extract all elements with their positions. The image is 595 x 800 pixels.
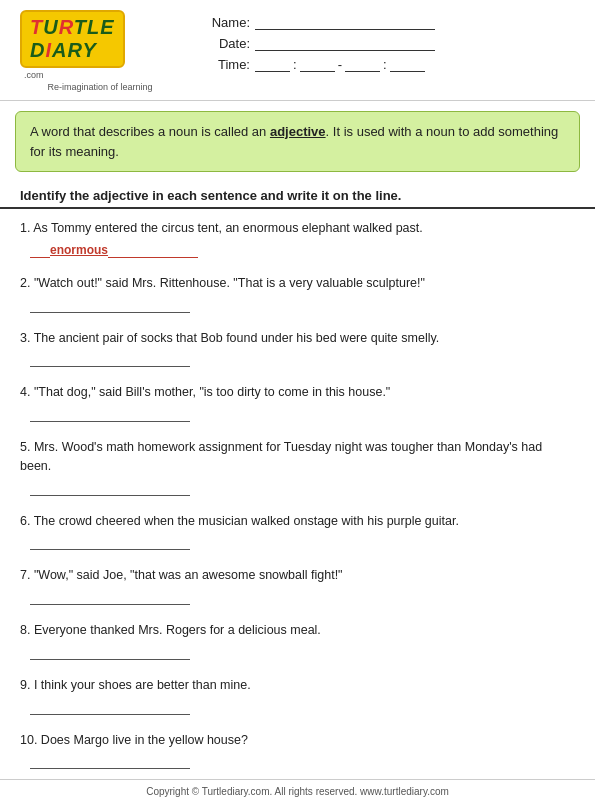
answer-line-9[interactable] [30,699,190,715]
question-item-3: 3. The ancient pair of socks that Bob fo… [20,323,575,368]
date-row: Date: [200,35,575,51]
questions-container: 1. As Tommy entered the circus tent, an … [0,213,595,769]
name-row: Name: [200,14,575,30]
instructions: Identify the adjective in each sentence … [0,182,595,209]
time-sep-3: : [383,57,387,72]
question-text-2: 2. "Watch out!" said Mrs. Rittenhouse. "… [20,274,575,293]
question-text-10: 10. Does Margo live in the yellow house? [20,731,575,750]
question-item-8: 8. Everyone thanked Mrs. Rogers for a de… [20,615,575,660]
name-line[interactable] [255,14,435,30]
tagline: Re-imagination of learning [20,82,180,92]
logo-area: TURTLE DIARY .com Re-imagination of lear… [20,10,180,92]
time-seg-1[interactable] [255,56,290,72]
question-text-8: 8. Everyone thanked Mrs. Rogers for a de… [20,621,575,640]
answer-text-1: enormous [50,243,108,257]
info-text-plain: A word that describes a noun is called a… [30,124,270,139]
question-item-10: 10. Does Margo live in the yellow house? [20,725,575,770]
page-footer: Copyright © Turtlediary.com. All rights … [0,779,595,800]
info-text-bold: adjective [270,124,326,139]
name-fields: Name: Date: Time: : - : [180,10,575,72]
question-text-7: 7. "Wow," said Joe, "that was an awesome… [20,566,575,585]
question-text-9: 9. I think your shoes are better than mi… [20,676,575,695]
date-line[interactable] [255,35,435,51]
answer-line-10[interactable] [30,753,190,769]
time-seg-4[interactable] [390,56,425,72]
info-box: A word that describes a noun is called a… [15,111,580,172]
answer-line-5[interactable] [30,480,190,496]
answer-line-8[interactable] [30,644,190,660]
question-text-1: 1. As Tommy entered the circus tent, an … [20,219,575,238]
question-item-7: 7. "Wow," said Joe, "that was an awesome… [20,560,575,605]
time-sep-1: : [293,57,297,72]
question-text-5: 5. Mrs. Wood's math homework assignment … [20,438,575,476]
logo-box: TURTLE DIARY [20,10,125,68]
question-item-5: 5. Mrs. Wood's math homework assignment … [20,432,575,496]
question-item-2: 2. "Watch out!" said Mrs. Rittenhouse. "… [20,268,575,313]
answer-line-left-1[interactable] [30,242,50,258]
answer-line-6[interactable] [30,534,190,550]
answer-line-4[interactable] [30,406,190,422]
instructions-text: Identify the adjective in each sentence … [20,188,575,203]
question-item-4: 4. "That dog," said Bill's mother, "is t… [20,377,575,422]
question-text-4: 4. "That dog," said Bill's mother, "is t… [20,383,575,402]
time-row: Time: : - : [200,56,575,72]
footer-text: Copyright © Turtlediary.com. All rights … [146,786,449,797]
answer-line-right-1[interactable] [108,242,198,258]
name-label: Name: [200,15,250,30]
logo-com: .com [20,70,180,80]
answer-wrapper-1: enormous [30,242,575,258]
answer-line-2[interactable] [30,297,190,313]
time-label: Time: [200,57,250,72]
answer-line-3[interactable] [30,351,190,367]
time-sep-2: - [338,57,342,72]
question-text-6: 6. The crowd cheered when the musician w… [20,512,575,531]
question-item-1: 1. As Tommy entered the circus tent, an … [20,213,575,258]
page-header: TURTLE DIARY .com Re-imagination of lear… [0,0,595,101]
question-item-9: 9. I think your shoes are better than mi… [20,670,575,715]
time-seg-3[interactable] [345,56,380,72]
answer-line-7[interactable] [30,589,190,605]
date-label: Date: [200,36,250,51]
time-seg-2[interactable] [300,56,335,72]
logo-text: TURTLE DIARY [30,16,115,62]
question-text-3: 3. The ancient pair of socks that Bob fo… [20,329,575,348]
question-item-6: 6. The crowd cheered when the musician w… [20,506,575,551]
